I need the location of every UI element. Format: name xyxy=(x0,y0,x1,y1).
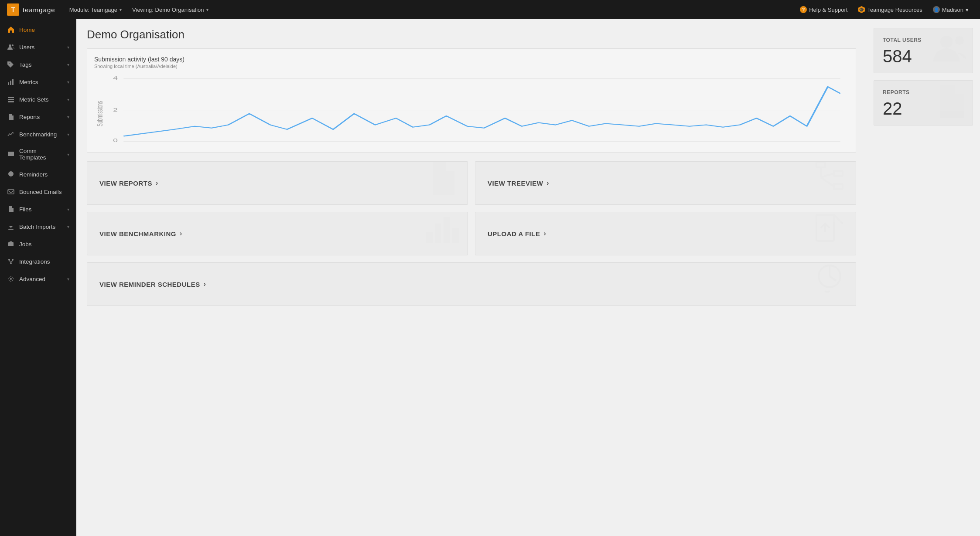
batch-icon xyxy=(7,223,15,231)
view-treeview-chevron: › xyxy=(546,179,549,187)
svg-text:4. Oct: 4. Oct xyxy=(340,145,360,145)
user-label: Madison xyxy=(942,7,963,13)
tags-chevron: ▾ xyxy=(67,62,69,67)
sidebar-label-metrics: Metrics xyxy=(19,79,38,85)
sidebar-item-comm-templates[interactable]: Comm Templates ▾ xyxy=(0,143,76,166)
sidebar-label-users: Users xyxy=(19,44,34,51)
advanced-icon xyxy=(7,275,15,283)
user-icon: 👤 xyxy=(933,6,940,13)
svg-line-17 xyxy=(9,261,11,262)
sidebar-item-jobs[interactable]: Jobs xyxy=(0,235,76,253)
resources-label: Teamgage Resources xyxy=(867,7,922,13)
sidebar-item-reports[interactable]: Reports ▾ xyxy=(0,108,76,126)
svg-text:8. Nov: 8. Nov xyxy=(591,145,612,145)
comm-templates-chevron: ▾ xyxy=(67,152,69,157)
upload-file-bg-icon xyxy=(812,212,847,251)
chart-area: 4 2 0 Submissions 6. Sep 13. Sep 20. Sep… xyxy=(94,73,849,145)
svg-point-15 xyxy=(12,259,14,261)
svg-rect-6 xyxy=(8,99,14,100)
total-users-bg-icon xyxy=(933,31,968,73)
logo-icon: T xyxy=(7,3,19,16)
svg-rect-43 xyxy=(816,162,825,167)
users-chevron: ▾ xyxy=(67,45,69,50)
svg-point-58 xyxy=(940,36,953,48)
view-reports-chevron: › xyxy=(156,179,158,187)
sidebar: Home Users ▾ Tags ▾ xyxy=(0,19,76,536)
chart-card: Submission activity (last 90 days) Showi… xyxy=(87,48,856,153)
svg-rect-12 xyxy=(8,229,14,230)
chart-title: Submission activity (last 90 days) xyxy=(94,56,849,63)
sidebar-label-batch-imports: Batch Imports xyxy=(19,224,55,230)
sidebar-item-benchmarking[interactable]: Benchmarking ▾ xyxy=(0,126,76,143)
svg-text:18. Oct: 18. Oct xyxy=(438,145,463,145)
advanced-chevron: ▾ xyxy=(67,277,69,282)
svg-text:4: 4 xyxy=(113,76,118,81)
svg-line-57 xyxy=(830,276,836,281)
svg-text:1. Nov: 1. Nov xyxy=(540,145,562,145)
user-menu[interactable]: 👤 Madison ▾ xyxy=(929,0,973,19)
sidebar-item-metric-sets[interactable]: Metric Sets ▾ xyxy=(0,91,76,108)
svg-line-47 xyxy=(821,173,834,177)
sidebar-label-bounced-emails: Bounced Emails xyxy=(19,189,62,195)
sidebar-item-home[interactable]: Home xyxy=(0,21,76,38)
sidebar-label-files: Files xyxy=(19,206,32,213)
help-support-label: Help & Support xyxy=(809,7,847,13)
upload-file-chevron: › xyxy=(543,230,546,237)
svg-rect-13 xyxy=(8,242,14,246)
sidebar-item-batch-imports[interactable]: Batch Imports ▾ xyxy=(0,218,76,235)
topnav-right: ? Help & Support 🎓 Teamgage Resources 👤 … xyxy=(796,0,973,19)
org-selector[interactable]: Viewing: Demo Organisation ▾ xyxy=(127,0,214,19)
files-icon xyxy=(7,205,15,213)
sidebar-item-users[interactable]: Users ▾ xyxy=(0,38,76,56)
batch-imports-chevron: ▾ xyxy=(67,224,69,229)
svg-text:25. Oct: 25. Oct xyxy=(488,145,513,145)
sidebar-item-files[interactable]: Files ▾ xyxy=(0,200,76,218)
svg-rect-50 xyxy=(435,224,441,243)
page-title: Demo Organisation xyxy=(87,28,856,41)
total-users-card: TOTAL USERS 584 xyxy=(874,28,973,73)
svg-rect-53 xyxy=(816,215,834,241)
resources-link[interactable]: 🎓 Teamgage Resources xyxy=(854,0,926,19)
view-benchmarking-card[interactable]: VIEW BENCHMARKING › xyxy=(87,212,468,255)
jobs-icon xyxy=(7,240,15,248)
help-icon: ? xyxy=(800,6,807,13)
svg-text:13. Sep: 13. Sep xyxy=(182,145,208,145)
view-reminder-schedules-label: VIEW REMINDER SCHEDULES › xyxy=(99,280,206,288)
module-selector[interactable]: Module: Teamgage ▾ xyxy=(64,0,127,19)
benchmarking-bg-icon xyxy=(424,212,459,251)
sidebar-label-advanced: Advanced xyxy=(19,276,45,282)
sidebar-item-reminders[interactable]: Reminders xyxy=(0,166,76,183)
main-content: Demo Organisation Submission activity (l… xyxy=(76,19,867,536)
svg-text:11. Oct: 11. Oct xyxy=(388,145,413,145)
svg-text:22. Nov: 22. Nov xyxy=(689,145,715,145)
upload-file-label: UPLOAD A FILE › xyxy=(488,230,546,237)
help-support-link[interactable]: ? Help & Support xyxy=(796,0,852,19)
svg-rect-49 xyxy=(426,232,433,243)
sidebar-label-jobs: Jobs xyxy=(19,241,32,248)
benchmarking-chevron: ▾ xyxy=(67,132,69,137)
view-reports-card[interactable]: VIEW REPORTS › xyxy=(87,161,468,205)
users-icon xyxy=(7,43,15,51)
svg-text:15. Nov: 15. Nov xyxy=(639,145,665,145)
view-treeview-card[interactable]: VIEW TREEVIEW › xyxy=(475,161,856,205)
treeview-bg-icon xyxy=(812,161,847,201)
reports-stat-bg-icon xyxy=(933,83,968,125)
sidebar-item-advanced[interactable]: Advanced ▾ xyxy=(0,270,76,288)
view-benchmarking-chevron: › xyxy=(180,230,182,237)
sidebar-item-bounced-emails[interactable]: Bounced Emails xyxy=(0,183,76,200)
svg-rect-3 xyxy=(10,81,11,85)
sidebar-item-metrics[interactable]: Metrics ▾ xyxy=(0,73,76,91)
sidebar-item-tags[interactable]: Tags ▾ xyxy=(0,56,76,73)
sidebar-label-reports: Reports xyxy=(19,114,40,120)
svg-text:20. Sep: 20. Sep xyxy=(236,145,263,145)
logo[interactable]: T teamgage xyxy=(7,3,55,16)
metric-sets-chevron: ▾ xyxy=(67,97,69,102)
home-icon xyxy=(7,26,15,34)
svg-rect-44 xyxy=(834,171,843,176)
svg-point-19 xyxy=(10,278,12,280)
svg-text:29. ...: 29. ... xyxy=(814,145,833,145)
logo-text: teamgage xyxy=(23,6,55,14)
view-reminder-schedules-card[interactable]: VIEW REMINDER SCHEDULES › xyxy=(87,262,856,306)
upload-file-card[interactable]: UPLOAD A FILE › xyxy=(475,212,856,255)
sidebar-item-integrations[interactable]: Integrations xyxy=(0,253,76,270)
